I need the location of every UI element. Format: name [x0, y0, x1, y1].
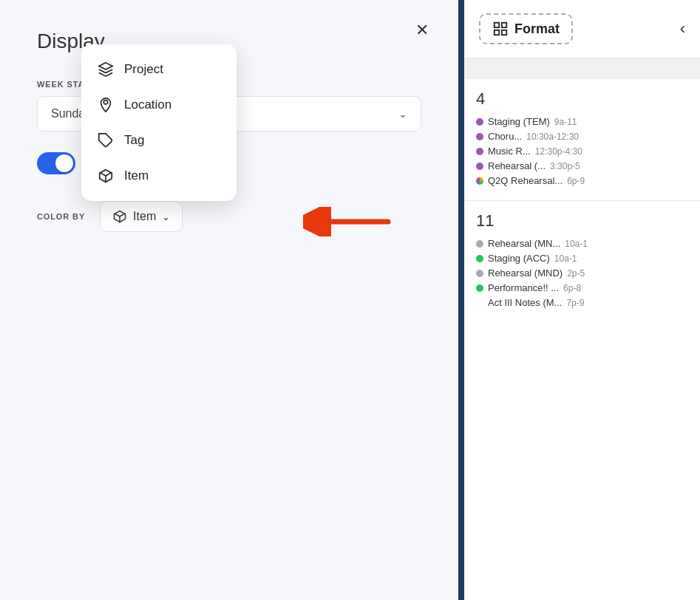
- event-performance[interactable]: Performance!! ... 6p-8: [476, 282, 688, 293]
- event-name: Performance!! ...: [488, 282, 559, 293]
- event-dot: [476, 255, 483, 262]
- calendar-area[interactable]: 4 Staging (TEM) 9a-11 Choru... 10:30a-12…: [464, 79, 700, 600]
- grid-icon: [492, 21, 509, 37]
- layers-icon: [98, 61, 114, 78]
- svg-line-0: [115, 214, 120, 217]
- toggle-knob: [55, 154, 73, 172]
- event-dot: [476, 240, 483, 248]
- event-time: 10:30a-12:30: [526, 132, 579, 142]
- arrow-indicator: [303, 207, 392, 239]
- color-by-dropdown-button[interactable]: Item ⌄: [100, 201, 183, 232]
- event-time: 10a-1: [554, 253, 577, 264]
- event-time: 7p-9: [566, 298, 584, 308]
- project-label: Project: [124, 62, 163, 77]
- dropdown-item-item[interactable]: Item: [81, 158, 237, 194]
- event-dot: [476, 270, 483, 277]
- event-staging-tem[interactable]: Staging (TEM) 9a-11: [476, 116, 688, 127]
- svg-line-10: [106, 172, 112, 176]
- event-dot-multi: [476, 177, 483, 185]
- calendar-header-row: [464, 58, 700, 79]
- color-by-dropdown: Project Location Tag: [81, 44, 237, 201]
- color-by-row: COLOR BY Item ⌄: [37, 201, 421, 232]
- right-header: Format ‹: [464, 0, 700, 58]
- tag-label: Tag: [124, 133, 144, 148]
- event-time: 6p-9: [567, 176, 585, 186]
- event-dot: [476, 118, 483, 126]
- event-rehearsal-mnd[interactable]: Rehearsal (MND) 2p-5: [476, 267, 688, 279]
- event-time: 9a-11: [554, 117, 577, 127]
- event-time: 10a-1: [565, 239, 588, 249]
- event-name: Choru...: [488, 131, 522, 142]
- location-label: Location: [124, 98, 171, 112]
- item-cube-icon: [98, 168, 114, 184]
- event-time: 2p-5: [567, 268, 585, 279]
- event-name: Rehearsal (MND): [488, 267, 563, 279]
- event-time: 3:30p-5: [550, 161, 580, 171]
- event-dot: [476, 284, 483, 292]
- event-name: Music R...: [488, 146, 531, 157]
- close-button[interactable]: ✕: [415, 22, 429, 38]
- event-chorus[interactable]: Choru... 10:30a-12:30: [476, 131, 688, 142]
- event-name: Rehearsal (...: [488, 160, 546, 171]
- dropdown-item-project[interactable]: Project: [81, 52, 237, 87]
- svg-rect-14: [502, 30, 506, 35]
- svg-point-6: [103, 100, 108, 105]
- event-name: Staging (TEM): [488, 116, 550, 127]
- chevron-down-icon: ⌄: [398, 108, 407, 120]
- event-dot: [476, 163, 483, 170]
- format-label: Format: [514, 21, 560, 37]
- back-button[interactable]: ‹: [680, 19, 685, 38]
- dropdown-item-location[interactable]: Location: [81, 87, 237, 123]
- svg-line-8: [100, 172, 106, 176]
- event-q2q[interactable]: Q2Q Rehearsal... 6p-9: [476, 175, 688, 186]
- day-number-4: 4: [476, 89, 688, 109]
- event-music-r[interactable]: Music R... 12:30p-4:30: [476, 146, 688, 157]
- day-number-11: 11: [476, 211, 688, 231]
- event-name: Act III Notes (M...: [488, 297, 562, 308]
- event-rehearsal-1[interactable]: Rehearsal (... 3:30p-5: [476, 160, 688, 171]
- dropdown-chevron-icon: ⌄: [162, 211, 170, 222]
- item-label: Item: [124, 168, 149, 183]
- color-by-value: Item: [133, 210, 156, 223]
- svg-marker-5: [99, 63, 112, 69]
- event-staging-acc[interactable]: Staging (ACC) 10a-1: [476, 253, 688, 264]
- dropdown-item-tag[interactable]: Tag: [81, 123, 237, 158]
- abbreviation-toggle[interactable]: [37, 152, 75, 174]
- tag-icon: [98, 132, 114, 149]
- event-time: 6p-8: [563, 283, 581, 293]
- display-panel: ✕ Display WEEK STARTS ON Sunday ⌄ SHOW P…: [0, 0, 458, 600]
- event-dot: [476, 148, 483, 155]
- event-name: Q2Q Rehearsal...: [488, 175, 563, 186]
- event-rehearsal-mn[interactable]: Rehearsal (MN... 10a-1: [476, 238, 688, 249]
- panel-divider: [458, 0, 464, 600]
- event-time: 12:30p-4:30: [535, 146, 582, 157]
- calendar-section-4: 4 Staging (TEM) 9a-11 Choru... 10:30a-12…: [464, 79, 700, 200]
- svg-line-2: [120, 214, 125, 217]
- svg-rect-11: [495, 23, 499, 27]
- calendar-section-11: 11 Rehearsal (MN... 10a-1 Staging (ACC) …: [464, 200, 700, 322]
- cube-icon: [112, 209, 127, 224]
- event-act-iii[interactable]: Act III Notes (M... 7p-9: [476, 297, 688, 308]
- person-pin-icon: [98, 97, 114, 113]
- event-name: Staging (ACC): [488, 253, 550, 264]
- event-name: Rehearsal (MN...: [488, 238, 560, 249]
- svg-rect-13: [495, 30, 499, 35]
- color-by-label: COLOR BY: [37, 212, 85, 221]
- svg-rect-12: [502, 23, 506, 27]
- format-button[interactable]: Format: [479, 13, 573, 44]
- event-dot: [476, 133, 483, 140]
- calendar-panel: Format ‹ 4 Staging (TEM) 9a-11 Choru... …: [464, 0, 700, 600]
